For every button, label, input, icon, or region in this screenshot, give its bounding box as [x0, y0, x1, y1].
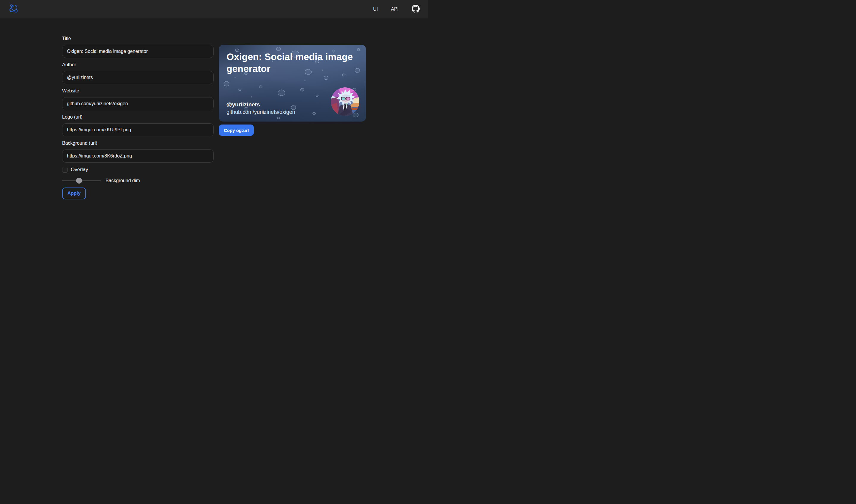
github-icon	[412, 5, 420, 14]
background-dim-label: Background dim	[106, 178, 140, 183]
main-content: Title Author Website Logo (url) Backgrou…	[62, 18, 366, 199]
field-website: Website	[62, 88, 214, 110]
app-logo[interactable]	[8, 3, 19, 15]
field-background-url: Background (url)	[62, 141, 214, 163]
website-label: Website	[62, 88, 214, 94]
copy-og-url-button[interactable]: Copy og:url	[219, 125, 254, 136]
overlay-checkbox[interactable]	[62, 167, 68, 173]
navbar: UI API	[0, 0, 428, 18]
field-logo-url: Logo (url)	[62, 114, 214, 137]
website-input[interactable]	[62, 97, 214, 110]
nav-link-api[interactable]: API	[391, 6, 398, 12]
og-settings-form: Title Author Website Logo (url) Backgrou…	[62, 36, 214, 199]
logo-url-input[interactable]	[62, 123, 214, 137]
apply-button[interactable]: Apply	[62, 187, 86, 199]
background-dim-thumb[interactable]	[76, 178, 82, 184]
field-title: Title	[62, 36, 214, 58]
background-url-label: Background (url)	[62, 141, 214, 146]
github-link[interactable]	[412, 5, 420, 14]
overlay-row: Overlay	[62, 167, 214, 173]
background-url-input[interactable]	[62, 149, 214, 163]
logo-url-label: Logo (url)	[62, 114, 214, 120]
og-preview-panel: Oxigen: Social media image generator @yu…	[219, 45, 366, 136]
preview-avatar	[331, 87, 359, 116]
preview-website: github.com/yuriizinets/oxigen	[227, 108, 295, 115]
title-label: Title	[62, 36, 214, 41]
overlay-label: Overlay	[71, 167, 88, 173]
background-dim-row: Background dim	[62, 178, 214, 184]
author-input[interactable]	[62, 71, 214, 84]
preview-footer: @yuriizinets github.com/yuriizinets/oxig…	[227, 101, 295, 115]
bubbles-icon	[8, 3, 19, 15]
author-label: Author	[62, 62, 214, 68]
preview-title: Oxigen: Social media image generator	[227, 51, 359, 75]
og-image-preview: Oxigen: Social media image generator @yu…	[219, 45, 366, 122]
nav-links: UI API	[373, 5, 420, 14]
title-input[interactable]	[62, 45, 214, 58]
field-author: Author	[62, 62, 214, 84]
nav-link-ui[interactable]: UI	[373, 6, 378, 12]
background-dim-slider[interactable]	[62, 178, 101, 184]
preview-author: @yuriizinets	[227, 101, 295, 108]
